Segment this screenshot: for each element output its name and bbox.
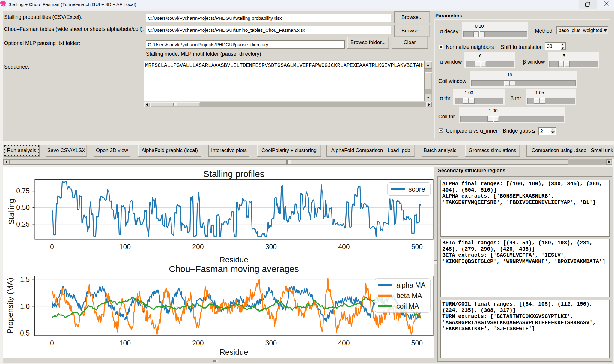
svg-text:100: 100 <box>119 339 131 347</box>
svg-text:Stalling profiles: Stalling profiles <box>203 169 264 179</box>
svg-text:200: 200 <box>192 339 204 347</box>
svg-text:0.25: 0.25 <box>16 220 30 228</box>
svg-text:Stalling: Stalling <box>7 199 16 224</box>
svg-text:0: 0 <box>50 243 54 251</box>
svg-text:300: 300 <box>265 243 277 251</box>
svg-text:1.5: 1.5 <box>20 276 30 283</box>
svg-text:0.5: 0.5 <box>20 329 30 337</box>
svg-text:500: 500 <box>411 243 423 251</box>
svg-text:400: 400 <box>338 243 350 251</box>
svg-text:500: 500 <box>411 339 423 347</box>
svg-text:1.0: 1.0 <box>20 303 30 310</box>
svg-text:Propensity (MA): Propensity (MA) <box>6 278 15 333</box>
svg-text:200: 200 <box>192 243 204 251</box>
svg-text:300: 300 <box>265 339 277 347</box>
svg-text:alpha MA: alpha MA <box>396 281 426 289</box>
svg-text:Residue: Residue <box>219 255 248 264</box>
svg-text:100: 100 <box>119 243 131 251</box>
svg-text:Residue: Residue <box>219 348 248 357</box>
svg-text:Chou–Fasman moving averages: Chou–Fasman moving averages <box>169 264 299 274</box>
svg-text:400: 400 <box>338 339 350 347</box>
svg-text:0.75: 0.75 <box>16 187 30 195</box>
svg-text:score: score <box>408 185 425 193</box>
svg-text:coil MA: coil MA <box>396 302 419 310</box>
svg-text:beta MA: beta MA <box>396 292 422 300</box>
svg-text:0: 0 <box>50 339 54 347</box>
svg-text:0.50: 0.50 <box>16 204 30 211</box>
